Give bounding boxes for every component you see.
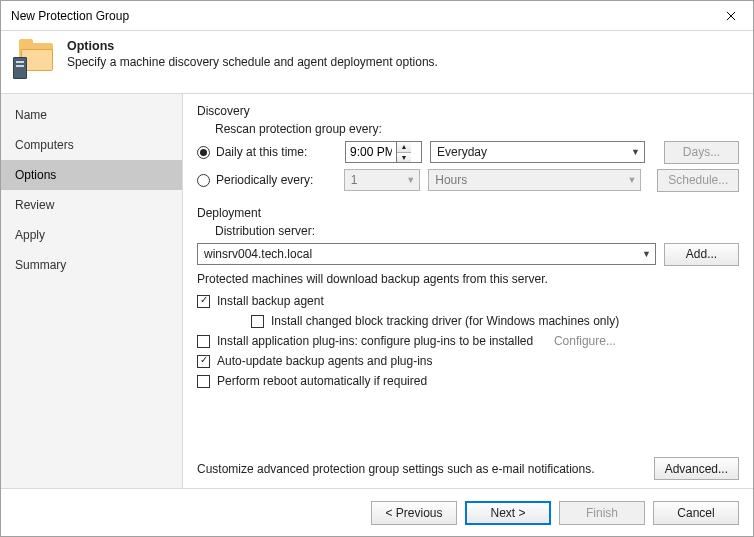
periodic-radio-label: Periodically every: [216, 173, 313, 187]
checkbox-unchecked-icon [197, 335, 210, 348]
page-subtitle: Specify a machine discovery schedule and… [67, 55, 438, 69]
sidebar-item-review[interactable]: Review [1, 190, 182, 220]
checkbox-unchecked-icon [197, 375, 210, 388]
add-server-button[interactable]: Add... [664, 243, 739, 266]
sidebar-item-apply[interactable]: Apply [1, 220, 182, 250]
schedule-button: Schedule... [657, 169, 739, 192]
daily-radio[interactable]: Daily at this time: [197, 145, 337, 159]
advanced-button[interactable]: Advanced... [654, 457, 739, 480]
install-plugins-checkbox[interactable]: Install application plug-ins: configure … [197, 334, 739, 348]
time-field[interactable] [346, 142, 396, 162]
radio-checked-icon [197, 146, 210, 159]
rescan-label: Rescan protection group every: [215, 122, 739, 136]
auto-update-checkbox[interactable]: Auto-update backup agents and plug-ins [197, 354, 739, 368]
time-spinner[interactable]: ▲ ▼ [396, 142, 411, 162]
install-cbt-label: Install changed block tracking driver (f… [271, 314, 619, 328]
dist-hint: Protected machines will download backup … [197, 272, 739, 286]
chevron-up-icon[interactable]: ▲ [397, 142, 411, 153]
page-title: Options [67, 39, 438, 53]
deployment-section: Deployment Distribution server: winsrv00… [197, 202, 739, 394]
period-unit: Hours [435, 173, 467, 187]
close-icon [726, 11, 736, 21]
reboot-checkbox[interactable]: Perform reboot automatically if required [197, 374, 739, 388]
header: Options Specify a machine discovery sche… [1, 31, 753, 93]
configure-plugins-link: Configure... [554, 334, 616, 348]
daily-radio-label: Daily at this time: [216, 145, 307, 159]
checkbox-checked-icon [197, 295, 210, 308]
cancel-button[interactable]: Cancel [653, 501, 739, 525]
auto-update-label: Auto-update backup agents and plug-ins [217, 354, 433, 368]
advanced-hint: Customize advanced protection group sett… [197, 462, 595, 476]
daily-time-input[interactable]: ▲ ▼ [345, 141, 422, 163]
period-unit-select: Hours ▼ [428, 169, 641, 191]
reboot-label: Perform reboot automatically if required [217, 374, 427, 388]
deployment-title: Deployment [197, 206, 739, 220]
sidebar-item-name[interactable]: Name [1, 100, 182, 130]
window-title: New Protection Group [11, 9, 129, 23]
sidebar-item-options[interactable]: Options [1, 160, 182, 190]
content: Discovery Rescan protection group every:… [183, 94, 753, 488]
previous-button[interactable]: < Previous [371, 501, 457, 525]
dist-server-select[interactable]: winsrv004.tech.local ▼ [197, 243, 656, 265]
chevron-down-icon[interactable]: ▼ [397, 153, 411, 163]
titlebar: New Protection Group [1, 1, 753, 31]
days-button: Days... [664, 141, 739, 164]
checkbox-unchecked-icon [251, 315, 264, 328]
header-text: Options Specify a machine discovery sche… [67, 39, 438, 69]
sidebar: Name Computers Options Review Apply Summ… [1, 94, 183, 488]
chevron-down-icon: ▼ [642, 249, 651, 259]
chevron-down-icon: ▼ [631, 147, 640, 157]
daily-days-select[interactable]: Everyday ▼ [430, 141, 645, 163]
wizard-footer: < Previous Next > Finish Cancel [1, 488, 753, 536]
install-agent-label: Install backup agent [217, 294, 324, 308]
period-value: 1 [351, 173, 358, 187]
chevron-down-icon: ▼ [628, 175, 637, 185]
checkbox-checked-icon [197, 355, 210, 368]
body: Name Computers Options Review Apply Summ… [1, 93, 753, 488]
dist-server-label: Distribution server: [215, 224, 739, 238]
radio-unchecked-icon [197, 174, 210, 187]
discovery-title: Discovery [197, 104, 739, 118]
install-plugins-label: Install application plug-ins: configure … [217, 334, 533, 348]
install-cbt-checkbox[interactable]: Install changed block tracking driver (f… [251, 314, 739, 328]
next-button[interactable]: Next > [465, 501, 551, 525]
periodic-radio[interactable]: Periodically every: [197, 173, 336, 187]
wizard-window: New Protection Group Options Specify a m… [0, 0, 754, 537]
protection-group-icon [13, 39, 55, 81]
advanced-area: Customize advanced protection group sett… [197, 437, 739, 488]
dist-server-value: winsrv004.tech.local [204, 247, 312, 261]
install-agent-checkbox[interactable]: Install backup agent [197, 294, 739, 308]
daily-days-value: Everyday [437, 145, 487, 159]
sidebar-item-computers[interactable]: Computers [1, 130, 182, 160]
chevron-down-icon: ▼ [406, 175, 415, 185]
sidebar-item-summary[interactable]: Summary [1, 250, 182, 280]
period-value-select: 1 ▼ [344, 169, 420, 191]
discovery-section: Discovery Rescan protection group every:… [197, 100, 739, 196]
finish-button: Finish [559, 501, 645, 525]
close-button[interactable] [708, 1, 753, 30]
